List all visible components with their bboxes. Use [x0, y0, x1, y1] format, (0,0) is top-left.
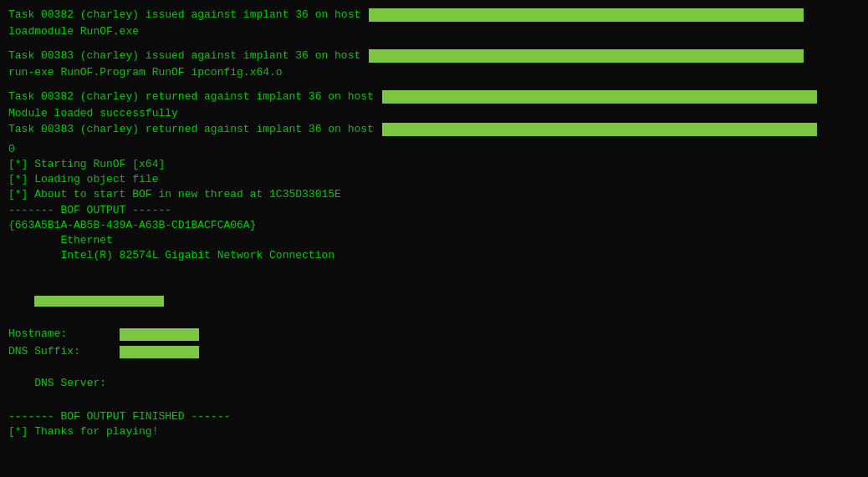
- spacer-2: [8, 80, 860, 89]
- run-exe-line: run-exe RunOF.Program RunOF ipconfig.x64…: [8, 65, 860, 80]
- bof-start-line: ------- BOF OUTPUT ------: [8, 203, 860, 218]
- guid-line: {663A5B1A-AB5B-439A-A63B-CD1BACFCA06A}: [8, 218, 860, 233]
- redact-bar-3: [382, 90, 817, 104]
- ip-address-line: [8, 263, 860, 324]
- bof-end-line: ------- BOF OUTPUT FINISHED ------: [8, 409, 860, 424]
- loading-line: [*] Loading object file: [8, 172, 860, 187]
- dns-server-label: DNS Server:: [34, 377, 106, 389]
- task-382-issued-text: Task 00382 (charley) issued against impl…: [8, 7, 367, 24]
- thanks-line: [*] Thanks for playing!: [8, 424, 860, 439]
- hostname-label: Hostname:: [8, 326, 120, 343]
- redact-dns-suffix: [120, 346, 199, 358]
- intel-line: Intel(R) 82574L Gigabit Network Connecti…: [8, 248, 860, 263]
- dns-suffix-label: DNS Suffix:: [8, 343, 120, 361]
- module-loaded-line: Module loaded successfully: [8, 106, 860, 121]
- hostname-line: Hostname:: [8, 326, 860, 343]
- loadmodule-line: loadmodule RunOF.exe: [8, 24, 860, 39]
- dns-server-line: DNS Server:: [8, 361, 860, 407]
- starting-line: [*] Starting RunOF [x64]: [8, 157, 860, 172]
- redact-bar-1: [369, 8, 804, 22]
- redact-hostname: [120, 328, 199, 341]
- redact-ip: [34, 296, 164, 307]
- terminal-window: Task 00382 (charley) issued against impl…: [8, 7, 860, 470]
- task-383-returned-line: Task 00383 (charley) returned against im…: [8, 121, 860, 139]
- spacer-1: [8, 39, 860, 48]
- redact-bar-2: [369, 49, 804, 63]
- task-383-issued-line: Task 00383 (charley) issued against impl…: [8, 48, 860, 65]
- redact-bar-4: [382, 123, 817, 136]
- task-382-returned-text: Task 00382 (charley) returned against im…: [8, 89, 380, 106]
- ethernet-line: Ethernet: [8, 233, 860, 248]
- task-383-issued-text: Task 00383 (charley) issued against impl…: [8, 48, 367, 65]
- task-382-returned-line: Task 00382 (charley) returned against im…: [8, 89, 860, 106]
- zero-line: 0: [8, 142, 860, 157]
- ip-indent: [34, 279, 86, 292]
- dns-suffix-line: DNS Suffix:: [8, 343, 860, 361]
- task-383-returned-text: Task 00383 (charley) returned against im…: [8, 121, 380, 139]
- task-382-issued-line: Task 00382 (charley) issued against impl…: [8, 7, 860, 24]
- about-bof-line: [*] About to start BOF in new thread at …: [8, 187, 860, 202]
